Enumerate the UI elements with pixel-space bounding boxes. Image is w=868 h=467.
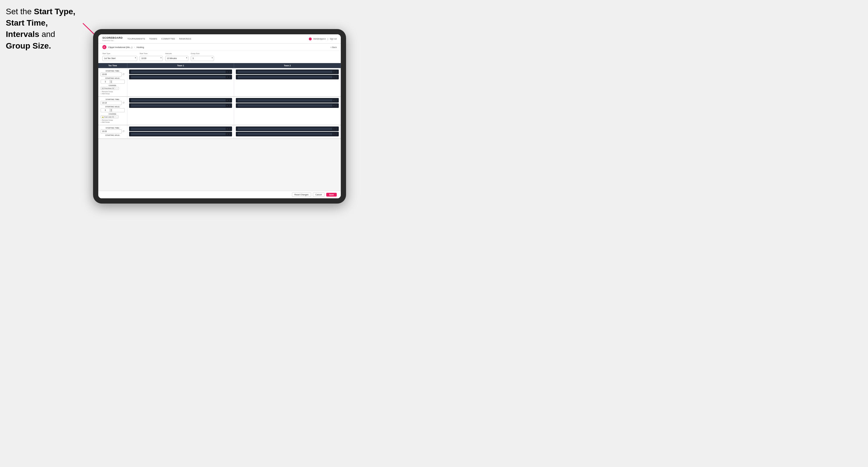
player-row-2-1: × ⋮ <box>236 69 339 74</box>
player-content-6-1 <box>238 128 332 130</box>
breadcrumb-section: Hosting <box>137 46 144 49</box>
starting-hole-label-3: STARTING HOLE: <box>101 134 125 136</box>
team1-col-1: × ⋮ × ⋮ <box>127 68 234 96</box>
add-group-link-2[interactable]: Add Group <box>101 121 125 123</box>
starting-time-input-1[interactable] <box>101 72 122 76</box>
player-remove-2-2[interactable]: × <box>333 76 334 78</box>
player-row-4-1: × ⋮ <box>236 98 339 103</box>
player-remove-4-2[interactable]: × <box>333 105 334 106</box>
player-remove-5-1[interactable]: × <box>226 128 228 130</box>
starting-time-input-3[interactable] <box>101 129 122 133</box>
player-dots-6-2: ⋮ <box>335 133 337 135</box>
player-content-4-1 <box>238 99 332 101</box>
player-content-4-2 <box>238 104 332 107</box>
breadcrumb-bar: C Clippd Invitational (Me...) › Hosting … <box>98 43 341 51</box>
player-remove-6-1[interactable]: × <box>333 128 334 130</box>
player-dots-3-2: ⋮ <box>228 104 230 106</box>
tee-info-1: STARTING TIME: ⏱ STARTING HOLE: ▲ ▼ COUR… <box>98 68 127 96</box>
tee-group-3: STARTING TIME: ⏱ STARTING HOLE: × ⋮ <box>98 125 341 139</box>
remove-group-link-1[interactable]: Remove Group <box>101 91 125 92</box>
start-type-select[interactable]: 1st Tee Start Shotgun Start <box>102 56 137 61</box>
course-badge-2: ⛳ East Lake GC × + <box>101 116 119 118</box>
hole-stepper-btn-2[interactable]: ▲ ▼ <box>110 108 113 112</box>
instruction-line2: Start Time, <box>6 18 48 27</box>
clock-icon-3: ⏱ <box>122 130 125 133</box>
course-remove-1[interactable]: × <box>115 88 116 89</box>
tee-group-2: STARTING TIME: ⏱ STARTING HOLE: ▲ ▼ COUR… <box>98 97 341 125</box>
sign-out-link[interactable]: Sign out <box>330 38 337 40</box>
starting-hole-label-2: STARTING HOLE: <box>101 106 125 107</box>
player-remove-4-1[interactable]: × <box>333 99 334 101</box>
player-remove-6-2[interactable]: × <box>333 133 334 135</box>
course-label-2: COURSE: <box>101 113 125 115</box>
player-row-1-1: × ⋮ <box>129 69 232 74</box>
starting-time-label-2: STARTING TIME: <box>101 99 125 100</box>
player-content-5-2 <box>131 133 226 135</box>
nav-tab-teams[interactable]: TEAMS <box>149 37 157 41</box>
remove-group-link-2[interactable]: Remove Group <box>101 119 125 121</box>
player-content-2-2 <box>238 76 332 78</box>
instruction-line1: Set the <box>6 7 34 16</box>
player-dots-4-1: ⋮ <box>335 99 337 101</box>
main-content: STARTING TIME: ⏱ STARTING HOLE: ▲ ▼ COUR… <box>98 68 341 191</box>
nav-tab-rankings[interactable]: RANKINGS <box>179 37 191 41</box>
start-time-select[interactable]: 10:00 <box>140 56 163 61</box>
start-time-group: Start Time 10:00 <box>140 53 163 61</box>
course-add-2[interactable]: + <box>117 116 118 118</box>
breadcrumb-text: Clippd Invitational (Me...) › Hosting <box>108 46 330 49</box>
hole-stepper-btn-1[interactable]: ▲ ▼ <box>110 80 113 84</box>
player-remove-1-1[interactable]: × <box>226 71 228 73</box>
player-row-2-2: × ⋮ <box>236 75 339 80</box>
player-content-3-2 <box>131 104 226 107</box>
group-size-select[interactable]: 3 2 4 <box>191 56 214 61</box>
player-dots-5-1: ⋮ <box>228 128 230 130</box>
player-dots-2-1: ⋮ <box>335 71 337 73</box>
team2-col-1: × ⋮ × ⋮ <box>234 68 341 96</box>
nav-tab-tournaments[interactable]: TOURNAMENTS <box>127 37 145 41</box>
hole-input-1[interactable] <box>101 80 110 84</box>
logo-text: SCOREBOARD <box>102 36 123 39</box>
course-name-1: (A) Peachtree GC <box>102 88 115 89</box>
back-button[interactable]: < Back <box>330 46 337 48</box>
tablet-frame: SCOREBOARD Powered by clipp... TOURNAMEN… <box>93 29 346 204</box>
course-label-1: COURSE: <box>101 85 125 86</box>
start-time-label: Start Time <box>140 53 163 54</box>
player-row-6-1: × ⋮ <box>236 126 339 131</box>
starting-time-input-2[interactable] <box>101 101 122 105</box>
player-dots-6-1: ⋮ <box>335 128 337 130</box>
nav-tabs: TOURNAMENTS TEAMS COMMITTEE RANKINGS <box>127 37 309 41</box>
save-button[interactable]: Save <box>326 193 337 196</box>
cancel-button[interactable]: Cancel <box>313 192 324 197</box>
player-remove-3-2[interactable]: × <box>226 105 228 106</box>
th-tee-time: Tee Time <box>98 63 127 68</box>
group-size-select-wrapper: 3 2 4 <box>191 55 214 61</box>
player-dots-5-2: ⋮ <box>228 133 230 135</box>
breadcrumb-app[interactable]: Clippd Invitational (Me...) <box>108 46 132 49</box>
player-dots-4-2: ⋮ <box>335 104 337 106</box>
instruction-line4: Group Size. <box>6 41 51 50</box>
clock-icon-2: ⏱ <box>122 101 125 104</box>
player-remove-2-1[interactable]: × <box>333 71 334 73</box>
player-remove-5-2[interactable]: × <box>226 133 228 135</box>
player-content-2-1 <box>238 71 332 73</box>
course-add-1[interactable]: + <box>117 88 118 89</box>
player-row-5-1: × ⋮ <box>129 126 232 131</box>
intervals-group: Intervals 10 Minutes 5 Minutes 15 Minute… <box>165 53 188 61</box>
nav-user: blair@clippd.io | Sign out <box>309 37 337 40</box>
course-icon-2: ⛳ <box>102 116 104 118</box>
add-group-link-1[interactable]: Add Group <box>101 93 125 94</box>
reset-changes-button[interactable]: Reset Changes <box>292 192 311 197</box>
nav-tab-committee[interactable]: COMMITTEE <box>161 37 175 41</box>
player-remove-3-1[interactable]: × <box>226 99 228 101</box>
player-remove-1-2[interactable]: × <box>226 76 228 78</box>
group-size-group: Group Size 3 2 4 <box>191 53 214 61</box>
start-time-select-wrapper: 10:00 <box>140 55 163 61</box>
nav-bar: SCOREBOARD Powered by clipp... TOURNAMEN… <box>98 34 341 43</box>
player-content-6-2 <box>238 133 332 135</box>
course-remove-2[interactable]: × <box>115 116 116 118</box>
action-links-2: Remove Group Add Group <box>101 119 125 123</box>
breadcrumb-sep: › <box>134 46 135 49</box>
team1-col-2: × ⋮ × ⋮ <box>127 97 234 125</box>
intervals-select[interactable]: 10 Minutes 5 Minutes 15 Minutes <box>165 56 188 61</box>
hole-input-2[interactable] <box>101 108 110 112</box>
